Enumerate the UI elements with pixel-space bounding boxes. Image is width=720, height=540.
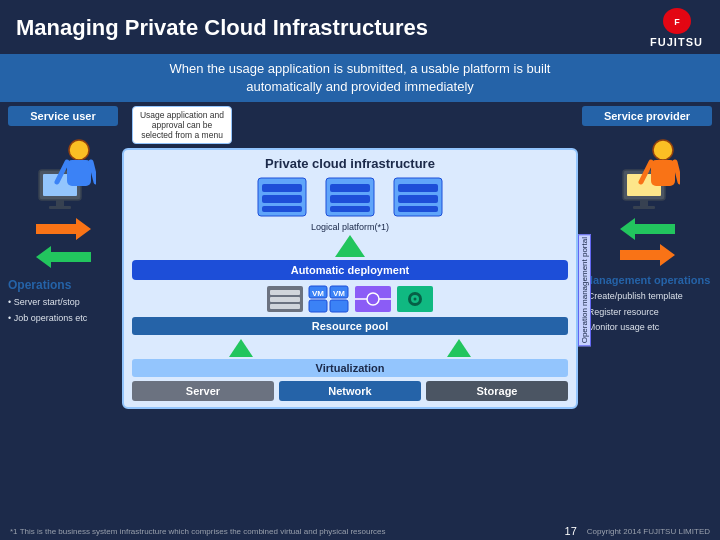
svg-rect-26 [270,290,300,295]
svg-rect-14 [262,195,302,203]
resource-storage-icon [396,285,434,313]
vertical-label-container: Operation management portal [574,190,594,390]
svg-rect-18 [330,195,370,203]
up-arrow-container [132,235,568,257]
svg-marker-11 [36,246,91,268]
logo-svg: F [668,12,686,30]
management-ops-items: • Create/publish template • Register res… [582,289,712,335]
server-icon-3 [392,176,444,218]
svg-point-49 [653,140,673,160]
server-icon-2 [324,176,376,218]
subtitle-line1: When the usage application is submitted,… [170,61,551,76]
management-ops-title: Management operations [582,274,712,286]
svg-rect-48 [633,206,655,209]
pci-box: Private cloud infrastructure [122,148,578,409]
svg-marker-10 [36,218,91,240]
up-arrow-left [229,339,253,357]
svg-rect-4 [56,200,64,206]
svg-text:F: F [674,17,680,27]
server-icons-row [132,176,568,218]
op-item-1: • Server start/stop [8,295,118,310]
resource-icons-row: VM VM [132,285,568,313]
service-user-label: Service user [8,106,118,126]
left-panel: Service user [8,106,118,409]
footnote-bar: *1 This is the business system infrastru… [0,522,720,540]
slide-title: Managing Private Cloud Infrastructures [16,15,428,41]
service-provider-figure [582,132,712,212]
svg-marker-53 [620,218,675,240]
page-number: 17 [565,525,577,537]
svg-rect-33 [309,300,327,312]
svg-text:VM: VM [333,289,345,298]
center-panel: Usage application and approval can be se… [122,106,578,409]
svg-marker-43 [229,339,253,357]
auto-deploy-box: Automatic deployment [132,260,568,280]
btn-network[interactable]: Network [279,381,421,401]
footnote-text: *1 This is the business system infrastru… [10,527,557,536]
op-item-2: • Job operations etc [8,311,118,326]
svg-rect-13 [262,184,302,192]
virtualization-box: Virtualization [132,359,568,377]
service-user-svg [31,132,96,212]
slide-header: Managing Private Cloud Infrastructures F… [0,0,720,54]
resource-vm-icon: VM VM [308,285,350,313]
svg-rect-22 [398,195,438,203]
service-provider-svg [615,132,680,212]
arrow-left-svg [36,246,91,268]
up-arrow-right [447,339,471,357]
svg-rect-19 [330,206,370,212]
service-provider-label: Service provider [582,106,712,126]
svg-point-6 [69,140,89,160]
pci-title: Private cloud infrastructure [132,156,568,171]
svg-rect-34 [330,300,348,312]
right-arrow-right [582,244,712,266]
operations-title: Operations • Server start/stop • Job ope… [8,278,118,326]
left-arrow-right [8,218,118,240]
svg-rect-7 [67,160,91,186]
svg-rect-50 [651,160,675,186]
subtitle-banner: When the usage application is submitted,… [0,54,720,102]
svg-marker-54 [620,244,675,266]
slide: Managing Private Cloud Infrastructures F… [0,0,720,540]
svg-line-9 [91,162,96,182]
copyright-text: Copyright 2014 FUJITSU LIMITED [587,527,710,536]
btn-storage[interactable]: Storage [426,381,568,401]
mgmt-item-1: • Create/publish template [582,289,712,304]
svg-rect-23 [398,206,438,212]
svg-rect-5 [49,206,71,209]
resource-pool-label: Resource pool [132,317,568,335]
management-ops: Management operations • Create/publish t… [582,274,712,335]
right-arrow-left [582,218,712,240]
right-arrow-left-svg [620,218,675,240]
resource-network-icon [354,285,392,313]
up-arrows-pair [132,339,568,357]
right-arrow-right-svg [620,244,675,266]
svg-rect-27 [270,297,300,302]
svg-rect-15 [262,206,302,212]
svg-text:VM: VM [312,289,324,298]
svg-rect-47 [640,200,648,206]
server-icon-1 [256,176,308,218]
arrow-right-svg [36,218,91,240]
svg-line-52 [675,162,680,182]
svg-point-42 [414,298,417,301]
svg-marker-24 [335,235,365,257]
bottom-buttons: Server Network Storage [132,381,568,401]
mgmt-item-2: • Register resource [582,305,712,320]
subtitle-line2: automatically and provided immediately [246,79,474,94]
svg-marker-44 [447,339,471,357]
btn-server[interactable]: Server [132,381,274,401]
logical-platform-label: Logical platform(*1) [132,222,568,232]
left-arrow-left [8,246,118,268]
svg-rect-21 [398,184,438,192]
service-user-figure [8,132,118,212]
logo-circle: F [663,8,691,34]
usage-tooltip: Usage application and approval can be se… [132,106,232,144]
operations-items: • Server start/stop • Job operations etc [8,295,118,326]
svg-rect-17 [330,184,370,192]
vertical-label: Operation management portal [578,234,591,346]
up-arrow-svg [335,235,365,257]
svg-rect-28 [270,304,300,309]
right-panel: Service provider [582,106,712,409]
logo-text: FUJITSU [650,36,703,48]
